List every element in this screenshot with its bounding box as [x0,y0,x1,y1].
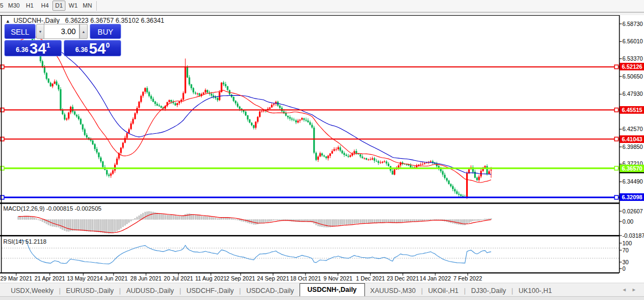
date-tick-label: 4 Jun 2021 [99,275,128,282]
price-tick-label: 6.50650 [622,74,643,80]
date-tick-label: 23 Dec 2021 [387,275,419,282]
timeframe-button-5[interactable]: 5 [0,1,5,10]
timeframe-button-h1[interactable]: H1 [24,1,36,10]
buy-price-sup: 0 [106,41,110,49]
chart-tab-bar: USDX,Weekly|EURUSD-,Daily|AUDUSD-,Daily|… [0,283,644,296]
tab-scroll-right-icon[interactable]: ► [632,287,636,292]
price-tick-label: 6.39850 [622,144,643,150]
date-tick-label: 24 Sep 2021 [257,275,289,282]
symbol-period-label: USDCNH-,Daily [14,17,59,24]
date-tick-label: 13 May 2021 [67,275,100,282]
price-tick-label: 6.56010 [622,38,643,44]
date-tick-label: 18 Oct 2021 [290,275,321,282]
chart-tab-audusd[interactable]: AUDUSD-,Daily [121,285,179,296]
mt4-window: { "toolbar": { "timeframes": [ {"label":… [0,0,644,300]
tab-scroll-left-icon[interactable]: ◄ [622,287,627,292]
chart-title: ▲USDCNH-,Daily6.36223 6.36757 6.35102 6.… [5,17,164,24]
sell-price-big: 34 [29,42,46,56]
timeframe-button-m30[interactable]: M30 [6,1,22,10]
date-tick-label: 11 Aug 2021 [195,275,227,282]
date-tick-label: 20 Jul 2021 [164,275,193,282]
chart-tab-usdx[interactable]: USDX,Weekly [5,285,59,296]
status-strip [0,296,644,300]
price-tick-label: 6.34490 [622,179,643,185]
ohlc-values: 6.36223 6.36757 6.35102 6.36341 [65,17,164,24]
timeframe-button-h4[interactable]: H4 [39,1,51,10]
level-price-badge: 6.36570 [620,165,644,172]
level-price-badge: 6.41043 [620,135,644,143]
indicator-scale-label: 0 [622,266,626,272]
indicator-scale-label: 100 [622,240,632,246]
timeframe-toolbar: 5M30H1H4D1W1MN [0,0,644,12]
chart-tab-eurusd[interactable]: EURUSD-,Daily [61,285,119,296]
macd-label: MACD(12,26,9) -0.000815 -0.002505 [3,205,102,212]
date-tick-label: 14 Jan 2022 [420,275,451,282]
date-tick-label: 29 Mar 2021 [1,275,32,282]
toolbar-gap [0,12,644,15]
sell-price-small: 6.36 [16,46,28,54]
date-tick-label: 2 Sep 2021 [226,275,255,282]
spin-down-icon: ▼ [38,30,42,34]
toolbar-separator [96,1,97,11]
level-price-badge: 6.45515 [620,106,644,114]
volume-input[interactable] [44,24,79,39]
level-price-badge: 6.52126 [620,63,644,70]
indicator-scale-label: 0.00 [622,219,633,225]
chart-tab-xauusd[interactable]: XAUUSD-,M30 [365,285,421,296]
rsi-label: RSI(14) 51.2118 [3,238,47,245]
buy-button[interactable]: BUY [90,24,121,39]
chart-tab-uk100[interactable]: UK100-,H1 [513,285,557,296]
buy-price-display[interactable]: 6.36540 [64,40,121,56]
volume-increase-button[interactable]: ▲ [79,24,88,39]
chart-tab-ukoil[interactable]: UKOil-,H1 [423,285,464,296]
price-tick-label: 6.53370 [622,56,643,62]
buy-price-small: 6.36 [75,46,88,54]
sell-price-display[interactable]: 6.36341 [4,40,62,56]
one-click-trade-panel: SELL ▼ ▲ BUY 6.36341 6.36540 [4,24,121,56]
timeframe-button-mn[interactable]: MN [81,1,94,10]
volume-decrease-button[interactable]: ▼ [36,24,44,39]
indicator-scale-label: 70 [622,247,629,253]
chart-tab-dj30[interactable]: DJ30-,Daily [466,285,512,296]
date-tick-label: 28 Jun 2021 [130,275,162,282]
spin-up-icon: ▲ [82,30,85,34]
chart-tab-usdcnh[interactable]: USDCNH-,Daily [300,283,365,296]
chart-tab-usdchf[interactable]: USDCHF-,Daily [181,285,240,296]
collapse-arrow-icon[interactable]: ▲ [5,18,10,24]
price-tick-label: 6.58730 [622,21,643,27]
indicator-scale-label: -0.031872 [622,233,644,239]
price-tick-label: 6.42570 [622,126,643,132]
date-tick-label: 9 Nov 2021 [323,275,353,282]
sell-price-sup: 1 [47,41,50,49]
chart-tab-usdcad[interactable]: USDCAD-,Daily [241,285,299,296]
buy-price-big: 54 [89,42,105,56]
price-tick-label: 6.47930 [622,91,643,97]
indicator-scale-label: 30 [622,259,629,265]
date-tick-label: 21 Apr 2021 [35,275,65,282]
date-tick-label: 1 Dec 2021 [356,275,385,282]
indicator-scale-label: 0.02607 [622,208,643,214]
timeframe-button-d1[interactable]: D1 [52,1,65,11]
date-tick-label: 7 Feb 2022 [453,275,482,282]
level-price-badge: 6.32098 [620,193,644,201]
timeframe-button-w1[interactable]: W1 [67,1,80,10]
sell-button[interactable]: SELL [4,24,36,39]
